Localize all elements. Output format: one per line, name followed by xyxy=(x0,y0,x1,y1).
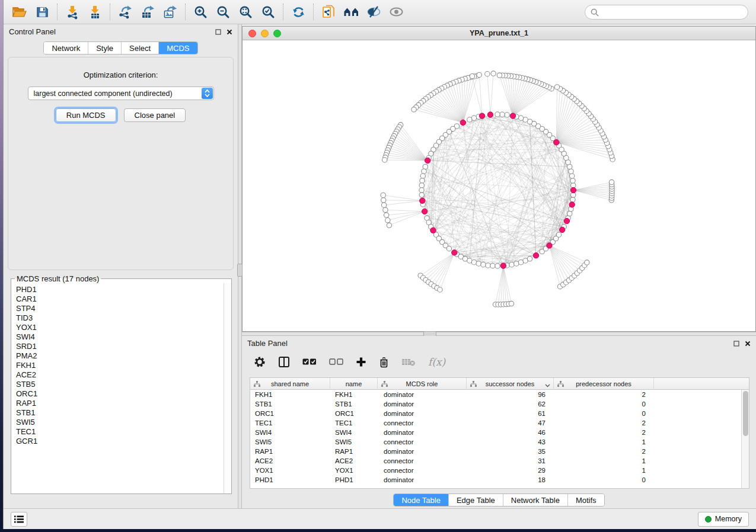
zoom-in-button[interactable] xyxy=(189,2,212,21)
result-scrollbar[interactable] xyxy=(224,283,231,493)
network-hub-node[interactable] xyxy=(460,120,465,125)
network-hub-node[interactable] xyxy=(430,227,436,233)
network-hub-node[interactable] xyxy=(559,227,564,232)
column-header-predecessor-nodes[interactable]: predecessor nodes xyxy=(554,378,654,390)
tab-network-table[interactable]: Network Table xyxy=(503,494,567,506)
table-cell[interactable]: 2 xyxy=(554,447,654,456)
network-node[interactable] xyxy=(477,72,481,77)
export-table-button[interactable] xyxy=(136,2,159,21)
table-cell[interactable]: YOX1 xyxy=(330,466,378,475)
export-image-button[interactable] xyxy=(159,2,181,21)
table-cell[interactable]: dominator xyxy=(378,399,467,409)
network-node[interactable] xyxy=(387,223,391,227)
table-cell[interactable]: 18 xyxy=(467,475,554,485)
table-cell[interactable]: 2 xyxy=(554,418,654,428)
tab-select[interactable]: Select xyxy=(121,42,158,54)
table-cell[interactable]: 47 xyxy=(467,418,554,428)
network-hub-node[interactable] xyxy=(425,158,430,163)
network-node[interactable] xyxy=(490,264,495,268)
table-cell[interactable]: connector xyxy=(378,466,467,475)
table-cell[interactable]: 29 xyxy=(467,466,554,475)
table-cell[interactable]: 96 xyxy=(467,390,554,399)
network-hub-node[interactable] xyxy=(547,243,552,248)
table-row[interactable]: ACE2ACE2connector311 xyxy=(250,456,741,466)
table-cell[interactable]: 1 xyxy=(554,437,654,447)
close-panel-icon[interactable] xyxy=(745,341,751,347)
table-cell[interactable]: PHD1 xyxy=(330,475,378,485)
network-hub-node[interactable] xyxy=(564,218,569,223)
import-table-button[interactable] xyxy=(84,2,106,21)
network-node[interactable] xyxy=(518,116,523,120)
network-node[interactable] xyxy=(470,73,474,78)
hide-selected-button[interactable] xyxy=(385,2,407,21)
network-node[interactable] xyxy=(481,262,486,267)
mcds-result-item[interactable]: TID3 xyxy=(16,313,224,323)
tab-motifs[interactable]: Motifs xyxy=(567,494,604,506)
network-node[interactable] xyxy=(505,113,509,117)
table-cell[interactable]: SWI4 xyxy=(330,428,378,437)
table-cell[interactable]: 46 xyxy=(467,428,554,437)
show-column-icon[interactable] xyxy=(278,356,290,368)
export-network-button[interactable] xyxy=(114,2,136,21)
add-icon[interactable] xyxy=(356,357,366,367)
mcds-result-list[interactable]: PHD1CAR1STP4TID3YOX1SWI4SRD1PMA2FKH1ACE2… xyxy=(11,283,224,493)
tab-edge-table[interactable]: Edge Table xyxy=(448,494,503,506)
window-minimize-button[interactable] xyxy=(261,30,269,37)
network-node[interactable] xyxy=(382,158,387,162)
network-node[interactable] xyxy=(419,188,424,193)
network-node[interactable] xyxy=(509,301,513,306)
network-hub-node[interactable] xyxy=(570,187,576,193)
network-node[interactable] xyxy=(471,260,476,265)
column-header-successor-nodes[interactable]: successor nodes xyxy=(467,378,554,390)
panel-list-button[interactable] xyxy=(11,512,27,527)
zoom-fit-button[interactable] xyxy=(234,2,257,21)
network-node[interactable] xyxy=(485,72,490,76)
mcds-result-item[interactable]: TEC1 xyxy=(16,427,224,437)
column-header-MCDS-role[interactable]: MCDS role xyxy=(378,378,467,390)
table-cell[interactable]: SWI4 xyxy=(250,428,330,437)
column-header-name[interactable]: name xyxy=(330,378,378,390)
network-node[interactable] xyxy=(569,169,573,174)
table-row[interactable]: FKH1FKH1dominator962 xyxy=(250,390,741,399)
table-row[interactable]: RAP1RAP1dominator352 xyxy=(250,447,741,456)
table-cell[interactable]: STB1 xyxy=(250,399,330,409)
table-row[interactable]: SWI5SWI5connector431 xyxy=(250,437,741,447)
table-cell[interactable]: 0 xyxy=(554,475,654,485)
table-cell[interactable]: ACE2 xyxy=(250,456,330,466)
table-row[interactable]: PHD1PHD1dominator180 xyxy=(250,475,741,485)
table-row[interactable]: STB1STB1dominator620 xyxy=(250,399,741,409)
table-cell[interactable]: 61 xyxy=(467,409,554,418)
network-node[interactable] xyxy=(420,178,425,183)
table-options-gear-icon[interactable] xyxy=(254,356,266,368)
network-canvas[interactable] xyxy=(243,40,755,331)
network-hub-node[interactable] xyxy=(569,202,575,207)
float-panel-icon[interactable] xyxy=(215,29,221,35)
table-cell[interactable]: 43 xyxy=(467,437,554,447)
network-hub-node[interactable] xyxy=(452,250,457,255)
mcds-result-item[interactable]: SWI4 xyxy=(16,332,224,342)
tab-network[interactable]: Network xyxy=(44,42,88,54)
network-node[interactable] xyxy=(412,107,416,112)
horizontal-splitter[interactable] xyxy=(242,332,756,336)
network-node[interactable] xyxy=(554,85,559,89)
table-cell[interactable]: SWI5 xyxy=(250,437,330,447)
mcds-result-item[interactable]: PMA2 xyxy=(16,351,224,361)
network-node[interactable] xyxy=(491,71,496,76)
network-node[interactable] xyxy=(381,193,385,197)
unselect-all-icon[interactable] xyxy=(329,358,343,366)
criterion-select[interactable]: largest connected component (undirected) xyxy=(28,86,214,100)
table-row[interactable]: ORC1ORC1dominator610 xyxy=(250,409,741,418)
close-panel-button[interactable]: Close panel xyxy=(124,108,186,122)
splitter-grip[interactable] xyxy=(237,264,243,277)
table-cell[interactable]: 2 xyxy=(554,390,654,399)
table-cell[interactable]: ACE2 xyxy=(330,456,378,466)
table-cell[interactable]: SWI5 xyxy=(330,437,378,447)
table-cell[interactable]: 35 xyxy=(467,447,554,456)
table-cell[interactable]: 31 xyxy=(467,456,554,466)
mcds-result-item[interactable]: RAP1 xyxy=(16,399,224,408)
table-cell[interactable]: 0 xyxy=(554,399,654,409)
mcds-result-item[interactable]: FKH1 xyxy=(16,361,224,370)
mcds-result-item[interactable]: STB1 xyxy=(16,408,224,418)
first-neighbors-button[interactable] xyxy=(340,2,362,21)
network-node[interactable] xyxy=(384,213,388,217)
